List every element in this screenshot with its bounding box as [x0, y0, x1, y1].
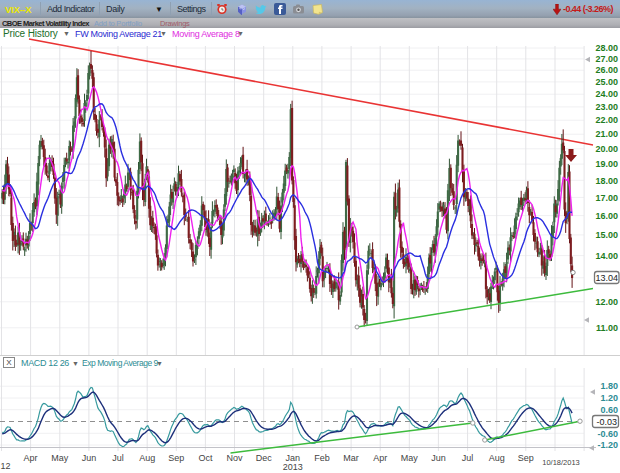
svg-text:1.20: 1.20: [600, 393, 618, 403]
svg-text:18.00: 18.00: [595, 176, 618, 186]
svg-text:25.00: 25.00: [595, 77, 618, 87]
svg-text:1.80: 1.80: [600, 381, 618, 391]
svg-text:Nov: Nov: [226, 453, 243, 463]
svg-text:11.00: 11.00: [596, 323, 618, 333]
svg-text:12: 12: [1, 461, 11, 471]
svg-text:17.00: 17.00: [595, 193, 618, 203]
svg-text:Aug: Aug: [139, 453, 155, 463]
svg-text:15.00: 15.00: [595, 230, 618, 240]
svg-text:Apr: Apr: [24, 453, 38, 463]
svg-text:13.04: 13.04: [595, 273, 618, 283]
svg-text:16.00: 16.00: [595, 211, 618, 221]
svg-text:20.00: 20.00: [595, 144, 618, 154]
svg-text:Mar: Mar: [343, 453, 359, 463]
svg-text:May: May: [51, 453, 69, 463]
svg-text:-0.60: -0.60: [597, 429, 618, 439]
svg-text:Feb: Feb: [314, 453, 330, 463]
svg-text:Apr: Apr: [373, 453, 387, 463]
svg-text:12.00: 12.00: [595, 297, 618, 307]
svg-text:Jul: Jul: [462, 453, 474, 463]
svg-text:Sep: Sep: [518, 453, 534, 463]
svg-text:Jul: Jul: [112, 453, 124, 463]
svg-text:14.00: 14.00: [595, 251, 618, 261]
svg-text:27.00: 27.00: [595, 54, 618, 64]
svg-text:Jun: Jun: [82, 453, 97, 463]
svg-text:May: May: [401, 453, 419, 463]
svg-text:10/18/2013: 10/18/2013: [542, 458, 580, 467]
svg-text:Jun: Jun: [431, 453, 446, 463]
svg-text:24.00: 24.00: [595, 89, 618, 99]
svg-text:Aug: Aug: [489, 453, 505, 463]
svg-text:19.00: 19.00: [595, 159, 618, 169]
svg-text:28.00: 28.00: [595, 43, 618, 53]
svg-text:-1.20: -1.20: [597, 440, 618, 450]
svg-text:Oct: Oct: [198, 453, 213, 463]
svg-text:26.00: 26.00: [595, 65, 618, 75]
svg-text:2013: 2013: [283, 462, 303, 472]
svg-text:23.00: 23.00: [595, 102, 618, 112]
svg-text:22.00: 22.00: [595, 115, 618, 125]
svg-text:0.60: 0.60: [600, 405, 618, 415]
svg-text:-0.03: -0.03: [596, 417, 617, 427]
svg-text:Dec: Dec: [256, 453, 273, 463]
svg-text:Sep: Sep: [168, 453, 184, 463]
svg-text:21.00: 21.00: [595, 129, 618, 139]
